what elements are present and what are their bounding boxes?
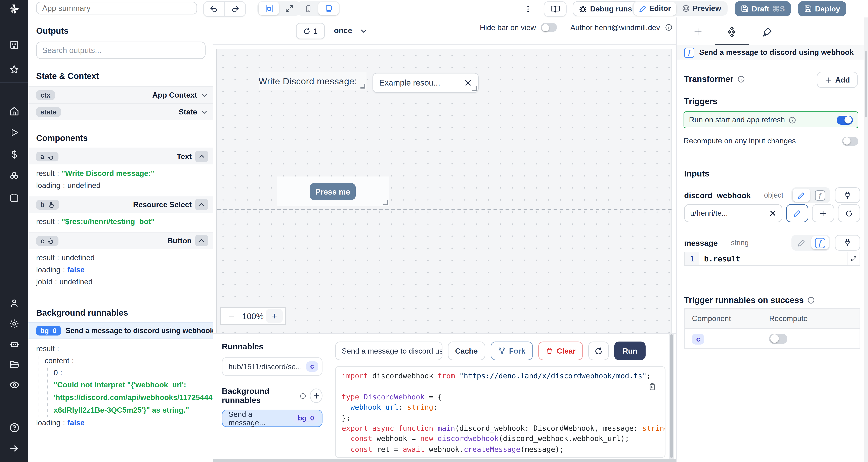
sidebar-item-favorites[interactable] <box>0 61 28 77</box>
tab-preview[interactable]: Preview <box>676 2 726 15</box>
static-mode-button[interactable] <box>793 236 810 250</box>
tab-insert-component[interactable] <box>688 25 708 39</box>
collapse-button[interactable] <box>195 151 208 162</box>
tab-editor[interactable]: Editor <box>633 2 676 15</box>
runnable-item-hub[interactable]: hub/1511/discord/se... c <box>222 357 322 376</box>
center-align-button[interactable] <box>258 2 279 15</box>
add-transformer-button[interactable]: Add <box>816 72 858 88</box>
desktop-view-button[interactable] <box>318 2 339 15</box>
user-icon <box>9 298 19 308</box>
clear-x-icon[interactable] <box>769 209 776 217</box>
info-icon[interactable] <box>807 296 815 304</box>
windmill-app-editor: Debug runs (23) Editor Preview Draft ⌘S … <box>0 0 868 462</box>
code-editor[interactable]: import discordwebhook from "https://deno… <box>335 366 665 458</box>
docs-button[interactable] <box>544 1 567 17</box>
resource-select-component[interactable]: Example resou... <box>373 73 478 93</box>
component-settings-panel: f Send a message to discord using webhoo… <box>676 18 865 462</box>
run-button[interactable]: Run <box>614 341 646 360</box>
recompute-c-toggle[interactable] <box>769 333 787 344</box>
run-on-start-toggle[interactable] <box>837 116 853 125</box>
bg-runnable-row[interactable]: bg_0 Send a message to discord using web… <box>28 322 213 339</box>
fork-button[interactable]: Fork <box>491 341 533 360</box>
editor-refresh-button[interactable] <box>588 341 609 360</box>
sidebar-item-variables[interactable] <box>0 146 28 162</box>
info-icon[interactable] <box>737 75 745 83</box>
message-expression-editor[interactable]: 1 b.result <box>684 252 860 266</box>
collapse-button[interactable] <box>195 235 208 246</box>
resource-value-input[interactable]: u/henri/te... <box>684 204 782 222</box>
mobile-view-button[interactable] <box>298 2 318 15</box>
sidebar-item-users[interactable] <box>0 295 28 311</box>
component-row-a[interactable]: a Text <box>28 147 213 164</box>
resize-handle[interactable] <box>383 200 388 205</box>
expand-editor-button[interactable] <box>847 253 860 265</box>
sidebar-item-workspace[interactable] <box>0 37 28 53</box>
press-me-button[interactable]: Press me <box>310 183 355 200</box>
bg-runnable-item-selected[interactable]: Send a message... bg_0 <box>222 409 322 427</box>
redo-button[interactable] <box>225 2 245 16</box>
sidebar-item-workers[interactable] <box>0 336 28 352</box>
calendar-icon <box>9 193 19 203</box>
add-resource-button[interactable] <box>812 204 834 222</box>
hide-bar-toggle[interactable] <box>541 23 557 32</box>
tab-component-settings[interactable] <box>721 25 742 39</box>
sidebar-item-schedules[interactable] <box>0 190 28 205</box>
eye-icon <box>9 380 20 390</box>
eval-mode-button[interactable]: f <box>811 189 829 202</box>
connect-input-button[interactable] <box>835 235 860 251</box>
clear-button[interactable]: Clear <box>538 341 583 360</box>
script-title-input[interactable]: Send a message to discord using <box>335 341 442 360</box>
chevron-down-icon[interactable] <box>201 108 208 116</box>
sidebar-item-help[interactable] <box>0 420 28 435</box>
recompute-any-toggle[interactable] <box>842 136 858 145</box>
sidebar-item-folders[interactable] <box>0 357 28 372</box>
undo-button[interactable] <box>204 2 224 16</box>
sidebar-item-audit-logs[interactable] <box>0 377 28 393</box>
connect-input-button[interactable] <box>835 187 860 203</box>
tab-styling[interactable] <box>756 25 777 39</box>
cache-button[interactable]: Cache <box>448 341 485 360</box>
frequency-select[interactable]: once <box>334 26 352 35</box>
zoom-out-button[interactable]: − <box>223 309 240 323</box>
chevron-down-icon[interactable] <box>201 91 208 99</box>
component-row-c[interactable]: c Button <box>28 232 213 249</box>
desktop-icon <box>324 4 333 13</box>
output-row-ctx[interactable]: ctx App Context <box>28 86 213 103</box>
redo-icon <box>231 5 239 13</box>
editor-scrollbar[interactable] <box>669 333 674 459</box>
more-options-button[interactable] <box>518 2 538 15</box>
sidebar-item-resources[interactable] <box>0 168 28 184</box>
plug-icon <box>843 191 852 199</box>
text-component-cell[interactable]: Write Discord message: <box>258 72 367 90</box>
collapse-button[interactable] <box>195 199 208 210</box>
clear-x-icon[interactable] <box>464 79 472 87</box>
eval-mode-button[interactable]: f <box>811 236 829 250</box>
sidebar-collapse-button[interactable] <box>0 440 28 456</box>
component-row-b[interactable]: b Resource Select <box>28 196 213 212</box>
sidebar-item-home[interactable] <box>0 103 28 119</box>
output-row-state[interactable]: state State <box>28 103 213 120</box>
edit-resource-button[interactable] <box>786 204 808 222</box>
add-background-runnable-button[interactable] <box>310 389 322 403</box>
draft-button[interactable]: Draft ⌘S <box>735 1 791 16</box>
static-mode-button[interactable] <box>793 189 810 202</box>
zoom-in-button[interactable]: + <box>266 309 283 323</box>
refresh-resource-button[interactable] <box>838 204 860 222</box>
app-summary-input[interactable] <box>36 2 197 14</box>
sidebar-item-runs[interactable] <box>0 125 28 140</box>
windmill-logo[interactable] <box>0 0 28 18</box>
search-outputs-input[interactable]: Search outputs... <box>36 41 206 59</box>
pointer-hand-icon <box>48 201 55 208</box>
copy-code-icon[interactable] <box>648 383 656 391</box>
info-icon[interactable] <box>665 24 673 31</box>
deploy-button[interactable]: Deploy <box>798 1 846 16</box>
app-canvas[interactable]: Write Discord message: Example resou... … <box>216 49 672 334</box>
page-scrollbar[interactable] <box>864 18 868 462</box>
chevron-down-icon[interactable] <box>360 27 368 35</box>
resize-handle[interactable] <box>361 84 365 89</box>
refresh-count-button[interactable]: 1 <box>296 23 325 39</box>
resize-handle[interactable] <box>472 86 477 91</box>
info-icon[interactable] <box>788 116 796 124</box>
sidebar-item-settings[interactable] <box>0 316 28 331</box>
component-c-badge[interactable]: c <box>692 333 704 344</box>
